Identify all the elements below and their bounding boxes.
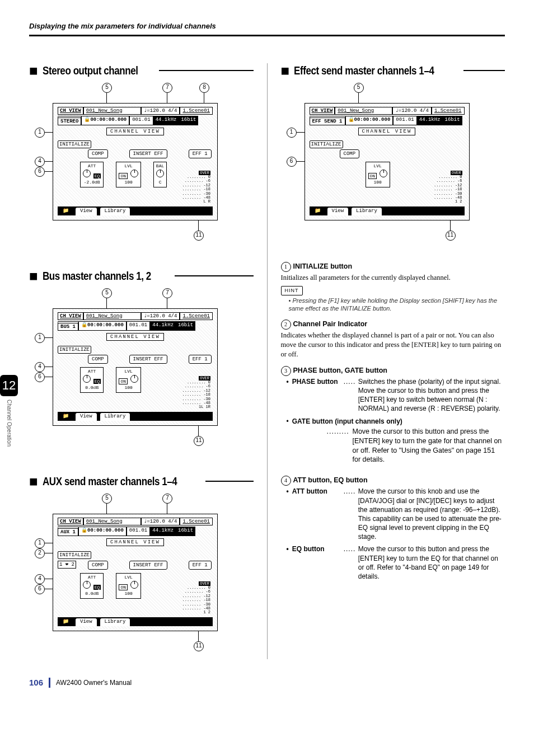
square-bullet-icon: ■ xyxy=(29,269,38,283)
right-column: ■ Effect send master channels 1–4 5 1 6 … xyxy=(281,63,505,659)
comp-button[interactable]: COMP xyxy=(88,561,108,570)
gate-bullet-title: • GATE button (input channels only) xyxy=(287,417,505,426)
desc-text-2: Indicates whether the displayed channel … xyxy=(281,331,505,359)
tab-view[interactable]: View xyxy=(327,207,349,215)
section-title: AUX send master channels 1–4 xyxy=(43,474,177,489)
tab-library[interactable]: Library xyxy=(100,412,131,421)
comp-button[interactable]: COMP xyxy=(88,355,108,364)
callout-1: 1 xyxy=(35,333,45,343)
level-meter: OVER ........ 0........ -6........ -12..… xyxy=(434,171,462,204)
square-bullet-icon: ■ xyxy=(29,63,38,78)
desc-heading-4: 4ATT button, EQ button xyxy=(281,476,505,486)
bar-display: 001.01 xyxy=(129,116,153,125)
desc-text-1: Initializes all parameters for the curre… xyxy=(281,273,505,283)
pair-indicator[interactable]: 1 ❤ 2 xyxy=(58,561,76,569)
section-title: Stereo output channel xyxy=(43,63,138,78)
initialize-button[interactable]: INITIALIZE xyxy=(310,140,343,148)
bal-group[interactable]: BAL C xyxy=(153,162,167,187)
tab-folder-icon[interactable]: 📁 xyxy=(59,618,73,626)
tab-view[interactable]: View xyxy=(75,618,97,626)
comp-button[interactable]: COMP xyxy=(340,149,360,158)
eff1-button[interactable]: EFF 1 xyxy=(189,149,212,158)
att-eq-group[interactable]: ATT EQ 0.0dB xyxy=(80,367,104,392)
initialize-button[interactable]: INITIALIZE xyxy=(58,551,91,559)
callout-11: 11 xyxy=(194,641,204,651)
att-eq-group[interactable]: ATT EQ -2.0dB xyxy=(80,162,104,187)
lvl-knob-icon xyxy=(130,170,138,177)
insert-eff-button[interactable]: INSERT EFF xyxy=(129,149,167,158)
tab-library[interactable]: Library xyxy=(351,207,382,215)
section-aux: ■ AUX send master channels 1–4 5 7 1 2 4… xyxy=(29,474,254,659)
callout-6: 6 xyxy=(35,584,45,594)
square-bullet-icon: ■ xyxy=(281,63,290,78)
callout-11: 11 xyxy=(194,436,204,446)
heading-rule xyxy=(205,481,254,482)
section-bus: ■ Bus master channels 1, 2 5 7 1 4 6 11 xyxy=(29,269,254,474)
callout-6: 6 xyxy=(35,372,45,382)
heading-rule xyxy=(175,275,254,276)
comp-button[interactable]: COMP xyxy=(88,149,108,158)
tab-view[interactable]: View xyxy=(75,207,97,215)
page-number: 106 xyxy=(29,677,43,688)
hint-label: HINT xyxy=(281,286,303,295)
att-knob-icon xyxy=(83,170,91,177)
callout-1: 1 xyxy=(287,128,297,138)
callout-7: 7 xyxy=(162,83,172,93)
description-list: 1INITIALIZE button Initializes all param… xyxy=(281,255,505,585)
tab-folder-icon[interactable]: 📁 xyxy=(311,207,325,215)
bits-display: 16bit xyxy=(179,116,198,125)
song-name: 001_New_Song xyxy=(83,107,141,115)
channel-name: STEREO xyxy=(58,116,81,125)
callout-5: 5 xyxy=(102,494,112,504)
chapter-tab: 12 Channel Operation xyxy=(0,375,18,476)
page-header: Displaying the mix parameters for indivi… xyxy=(29,21,505,31)
tab-folder-icon[interactable]: 📁 xyxy=(59,412,73,421)
screenshot-bus: CH VIEW 001_New_Song ♩=120.0 4/4 1.Scene… xyxy=(53,308,218,426)
tab-view[interactable]: View xyxy=(75,412,97,421)
initialize-button[interactable]: INITIALIZE xyxy=(58,346,91,354)
tab-library[interactable]: Library xyxy=(100,207,131,215)
section-stereo: ■ Stereo output channel 5 7 8 1 4 xyxy=(29,63,254,269)
level-meter: OVER ........ 0........ -6........ -12..… xyxy=(182,377,210,410)
callout-11: 11 xyxy=(446,231,456,241)
square-bullet-icon: ■ xyxy=(29,474,38,489)
callout-11: 11 xyxy=(194,231,204,241)
desc-heading-3: 3PHASE button, GATE button xyxy=(281,366,505,376)
section-title: Effect send master channels 1–4 xyxy=(294,63,434,78)
level-meter: OVER ........ 0........ -6........ -12..… xyxy=(182,582,210,615)
callout-4: 4 xyxy=(35,362,45,372)
level-meter: OVER ........ 0........ -6........ -12..… xyxy=(182,171,210,204)
insert-eff-button[interactable]: INSERT EFF xyxy=(129,355,167,364)
callout-1: 1 xyxy=(35,538,45,548)
on-lvl-group[interactable]: LVL ON 100 xyxy=(116,367,140,392)
eff1-button[interactable]: EFF 1 xyxy=(189,355,212,364)
heading-rule xyxy=(463,70,505,71)
att-eq-group[interactable]: ATT EQ 0.0dB xyxy=(80,573,104,598)
tempo-readout: ♩=120.0 4/4 xyxy=(141,107,180,115)
gate-bullet-desc: ................. Move the cursor to thi… xyxy=(327,427,505,465)
chapter-number: 12 xyxy=(0,375,18,396)
initialize-button[interactable]: INITIALIZE xyxy=(58,140,91,148)
on-lvl-group[interactable]: LVL ON 100 xyxy=(366,162,390,187)
tab-library[interactable]: Library xyxy=(100,618,131,626)
callout-5: 5 xyxy=(354,83,364,93)
header-rule xyxy=(29,35,505,36)
insert-eff-button[interactable]: INSERT EFF xyxy=(129,561,167,570)
section-title: Bus master channels 1, 2 xyxy=(43,269,151,284)
hint-text: • Pressing the [F1] key while holding th… xyxy=(289,297,505,313)
on-lvl-group[interactable]: LVL ON 100 xyxy=(116,573,140,598)
hint-box: HINT • Pressing the [F1] key while holdi… xyxy=(281,285,505,313)
page-footer: 106 AW2400 Owner's Manual xyxy=(29,677,505,688)
on-lvl-group[interactable]: LVL ON 100 xyxy=(116,162,140,187)
phase-bullet: • PHASE button ..... Switches the phase … xyxy=(287,377,505,414)
callout-5: 5 xyxy=(102,288,112,298)
eff1-button[interactable]: EFF 1 xyxy=(189,561,212,570)
chapter-name: Channel Operation xyxy=(5,400,13,447)
rate-display: 44.1kHz xyxy=(153,116,179,125)
callout-6: 6 xyxy=(35,167,45,177)
ch-view-label: CH VIEW xyxy=(58,107,83,115)
tab-folder-icon[interactable]: 📁 xyxy=(59,207,73,215)
heading-rule xyxy=(159,70,253,71)
eq-bullet: • EQ button ............ Move the cursor… xyxy=(287,544,505,581)
time-display: 🔒00:00:00.000 xyxy=(81,116,129,125)
